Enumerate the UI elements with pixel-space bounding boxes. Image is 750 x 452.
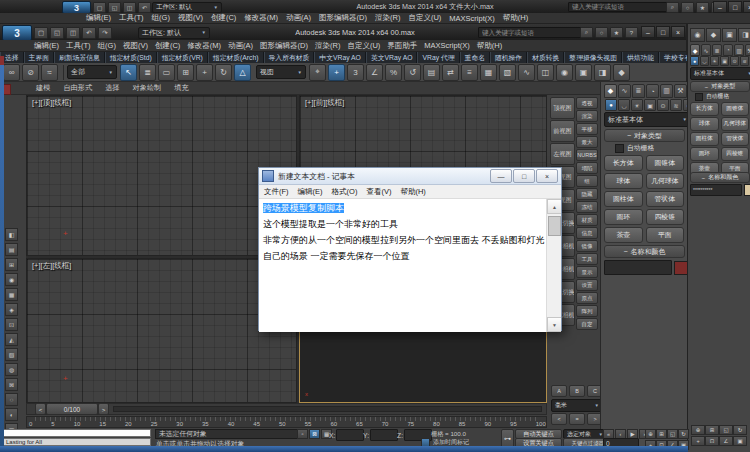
bg-autogrid-checkbox[interactable]: 自动栅格 [695,92,729,101]
y-coordinate-input[interactable] [370,429,398,441]
bg-object-color-swatch[interactable] [744,184,750,196]
fg-search-input[interactable] [478,27,582,38]
bg-toolbar-icon[interactable]: ▣ [722,28,737,42]
shapes-icon[interactable]: ◡ [700,56,709,66]
fov-icon[interactable]: ∠ [719,436,733,446]
time-slider-handle[interactable]: 0/100 [46,403,98,415]
cameras-icon[interactable]: ▣ [644,99,656,111]
angle-snap-icon[interactable]: ∠ [366,64,383,81]
fg-menu-item[interactable]: 修改器(M) [187,41,221,51]
communication-center-icon[interactable]: ○ [681,2,694,13]
primitive-button[interactable]: 长方体 [604,155,643,171]
bg-menu-item[interactable]: MAXScript(X) [449,14,494,23]
custom-script-tab[interactable]: 导入所有材质 [264,52,315,63]
viewport-action-button[interactable]: 透视 [576,97,598,109]
create-tab-icon[interactable]: ◆ [604,84,617,98]
primitive-button[interactable]: 圆锥体 [646,155,685,171]
fg-close-button[interactable]: × [671,26,685,38]
render-setup-icon[interactable]: ▣ [575,64,592,81]
bg-primitive-type-dropdown[interactable]: 标准基本体 [690,67,750,80]
layer-manager-icon[interactable]: ▦ [480,64,497,81]
autogrid-checkbox[interactable]: 自动栅格 [615,143,654,153]
bg-menu-item[interactable]: 视图(V) [178,13,203,23]
bg-close-button[interactable]: × [743,1,750,13]
bg-name-color-rollout[interactable]: − 名称和颜色 [690,172,750,183]
left-toolbar-button[interactable]: ▦ [5,288,18,301]
next-frame-arrow[interactable]: > [98,403,109,415]
search-icon[interactable]: ⌕ [666,2,679,13]
geometry-icon[interactable]: ● [690,56,699,66]
isolate-selection-icon[interactable]: ▫ [297,429,308,439]
search-icon[interactable]: ⌕ [580,27,593,38]
primitive-button[interactable]: 圆柱体 [604,191,643,207]
left-toolbar-button[interactable]: ◭ [5,333,18,346]
orbit-icon[interactable]: ↻ [733,425,747,435]
ribbon-tab[interactable]: 选择 [105,83,119,93]
maximize-viewport-icon[interactable]: ⊡ [705,436,719,446]
fg-menu-item[interactable]: 创建(C) [155,41,180,51]
named-selection-icon[interactable]: ▤ [423,64,440,81]
bg-menu-item[interactable]: 图形编辑器(D) [319,13,367,23]
notepad-close-button[interactable]: × [536,169,558,183]
bg-primitive-button[interactable]: 几何球体 [721,117,750,131]
viewport-left-label[interactable]: [+][左][线框] [32,261,71,271]
mirror-icon[interactable]: ⇄ [442,64,459,81]
compare-button[interactable]: < [551,413,567,425]
fg-menu-item[interactable]: MAXScript(X) [424,41,469,50]
primitive-button[interactable]: 四棱锥 [646,209,685,225]
notepad-menu-item[interactable]: 文件(F) [264,187,289,197]
zoom-all-icon[interactable]: ⊞ [705,425,719,435]
custom-script-tab[interactable]: 指定材质(VR) [157,52,208,63]
helpers-icon[interactable]: ⊙ [730,56,739,66]
viewport-action-button[interactable]: 平移 [576,123,598,135]
left-toolbar-button[interactable]: ▤ [5,243,18,256]
viewport-top-label[interactable]: [+][顶][线框] [32,98,71,108]
custom-script-tab[interactable]: 整理摄像头视图 [564,52,622,63]
align-icon[interactable]: ≡ [461,64,478,81]
new-file-icon[interactable]: ▢ [34,27,48,39]
orbit-icon[interactable]: ↻ [678,429,689,439]
primitive-button[interactable]: 几何球体 [646,173,685,189]
viewport-action-button[interactable]: 设置 [576,279,598,291]
left-toolbar-button[interactable]: ◈ [5,303,18,316]
prev-frame-arrow[interactable]: < [35,403,46,415]
viewport-action-button[interactable]: 自定 [576,318,598,330]
viewport-action-button[interactable]: 渲染 [576,110,598,122]
select-rotate-icon[interactable]: ↻ [215,64,232,81]
bg-menu-item[interactable]: 组(G) [152,13,170,23]
fg-app-button[interactable]: 3 [2,25,32,41]
primitive-type-dropdown[interactable]: 标准基本体 [604,112,691,127]
custom-script-tab[interactable]: 重命名 [460,52,490,63]
select-scale-icon[interactable]: △ [234,64,251,81]
hierarchy-tab-icon[interactable]: ≣ [712,44,722,56]
viewport-action-button[interactable]: NURBS [576,149,598,161]
create-tab-icon[interactable]: ◆ [690,44,700,56]
unit-dropdown[interactable]: 毫米 [551,399,603,412]
fg-menu-item[interactable]: 动画(A) [228,41,253,51]
bg-primitive-button[interactable]: 圆柱体 [690,132,719,146]
fg-workspace-dropdown[interactable]: 工作区: 默认 [138,27,210,39]
viewport-action-button[interactable]: 镜像 [576,240,598,252]
custom-script-tab[interactable]: 中文VRay AO [314,52,366,63]
ribbon-tab[interactable]: 填充 [174,83,188,93]
left-toolbar-button[interactable]: ▧ [5,348,18,361]
viewport-action-button[interactable]: 工具 [576,253,598,265]
snaps-toggle-icon[interactable]: 3 [347,64,364,81]
scroll-down-icon[interactable]: ▼ [547,317,561,332]
fg-menu-item[interactable]: 工具(T) [66,41,91,51]
primitive-button[interactable]: 圆环 [604,209,643,225]
unlink-selection-icon[interactable]: ⊘ [22,64,39,81]
left-toolbar-button[interactable]: ⊠ [5,378,18,391]
material-editor-icon[interactable]: ◉ [556,64,573,81]
fg-menu-item[interactable]: 自定义(U) [347,41,380,51]
track-bar[interactable]: 0510152025303540455055606570758085909510… [26,416,547,428]
geometry-icon[interactable]: ● [605,99,617,111]
utilities-tab-icon[interactable]: ⚒ [745,44,750,56]
bind-spacewarp-icon[interactable]: ≈ [41,64,58,81]
bg-minimize-button[interactable]: – [713,1,727,13]
notepad-menu-item[interactable]: 查看(V) [366,187,391,197]
select-object-icon[interactable]: ↖ [120,64,137,81]
display-tab-icon[interactable]: ▥ [734,44,744,56]
custom-script-tab[interactable]: VRay 代理 [417,52,459,63]
motion-tab-icon[interactable]: ◔ [646,84,659,98]
